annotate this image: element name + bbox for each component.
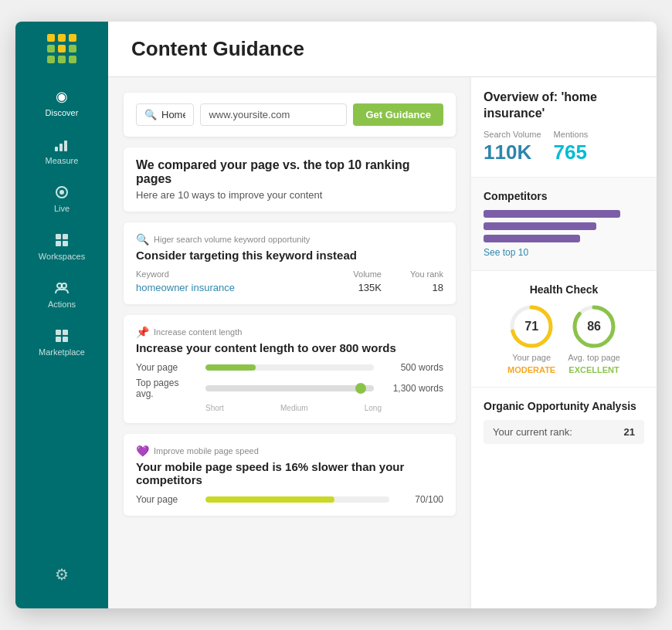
search-icon: 🔍 bbox=[144, 109, 157, 120]
content-tag-icon: 📌 bbox=[136, 326, 149, 338]
comparison-subheading: Here are 10 ways to improve your content bbox=[136, 189, 443, 201]
sidebar-label-workspaces: Workspaces bbox=[39, 252, 85, 261]
health-circles: 71 Your page MODERATE 86 bbox=[484, 303, 644, 374]
workspaces-icon bbox=[53, 232, 70, 249]
competitors-title: Competitors bbox=[484, 190, 644, 202]
url-input[interactable] bbox=[200, 103, 347, 126]
settings-button[interactable]: ⚙ bbox=[55, 553, 69, 596]
mobile-card-tag: 💜 Improve mobile page speed bbox=[136, 445, 443, 457]
mentions-metric: Mentions 765 bbox=[554, 130, 589, 164]
svg-point-10 bbox=[62, 283, 66, 288]
svg-rect-0 bbox=[55, 147, 58, 151]
main-content: Content Guidance 🔍 Get Guidance We compa… bbox=[108, 22, 657, 608]
page-title: Content Guidance bbox=[131, 37, 633, 61]
keyword-card: 🔍 Higer search volume keyword opportunit… bbox=[124, 222, 456, 304]
comp-bar-1 bbox=[484, 210, 644, 218]
svg-rect-8 bbox=[63, 241, 68, 246]
mobile-speed-card: 💜 Improve mobile page speed Your mobile … bbox=[124, 434, 456, 516]
sidebar-item-actions[interactable]: Actions bbox=[15, 270, 108, 318]
slider-dot bbox=[355, 383, 366, 394]
see-top-link[interactable]: See top 10 bbox=[484, 247, 644, 258]
avg-top-circle: 86 bbox=[571, 303, 617, 350]
comparison-heading: We compared your page vs. the top 10 ran… bbox=[136, 158, 443, 186]
health-check-section: Health Check 71 Your page MODE bbox=[471, 271, 657, 388]
avg-top-health: 86 Avg. top page EXCELLENT bbox=[568, 303, 620, 374]
svg-rect-6 bbox=[63, 234, 68, 239]
sidebar-item-marketplace[interactable]: Marketplace bbox=[15, 318, 108, 366]
keyword-input-wrap: 🔍 bbox=[136, 103, 194, 126]
sidebar-label-marketplace: Marketplace bbox=[39, 347, 85, 357]
mobile-bar-fill bbox=[205, 496, 334, 503]
sidebar-item-live[interactable]: Live bbox=[15, 174, 108, 222]
sidebar-label-actions: Actions bbox=[48, 300, 76, 309]
overview-section: Overview of: 'home insurance' Search Vol… bbox=[471, 77, 657, 178]
svg-rect-1 bbox=[59, 144, 63, 151]
comparison-section: We compared your page vs. the top 10 ran… bbox=[124, 147, 456, 212]
discover-icon: ◉ bbox=[53, 88, 70, 105]
mobile-card-title: Your mobile page speed is 16% slower tha… bbox=[136, 460, 443, 486]
sidebar-item-discover[interactable]: ◉ Discover bbox=[15, 79, 108, 127]
svg-rect-2 bbox=[64, 141, 67, 151]
main-header: Content Guidance bbox=[108, 22, 657, 77]
svg-rect-13 bbox=[56, 337, 61, 342]
svg-rect-14 bbox=[63, 337, 68, 342]
keyword-card-title: Consider targeting this keyword instead bbox=[136, 249, 443, 262]
top-pages-bar-row: Top pages avg. 1,300 words bbox=[136, 378, 443, 399]
health-check-title: Health Check bbox=[484, 283, 644, 296]
sidebar-nav: ◉ Discover Measure bbox=[15, 79, 108, 553]
marketplace-icon bbox=[53, 327, 70, 344]
avg-top-score: 86 bbox=[587, 320, 601, 334]
your-page-health: 71 Your page MODERATE bbox=[507, 303, 555, 374]
your-page-circle: 71 bbox=[508, 303, 555, 350]
sidebar-label-discover: Discover bbox=[46, 108, 79, 117]
your-page-score: 71 bbox=[524, 320, 538, 334]
comp-bar-3 bbox=[484, 235, 644, 242]
your-page-bar-fill bbox=[205, 364, 256, 371]
search-volume-metric: Search Volume 110K bbox=[484, 130, 541, 164]
your-page-bar-track bbox=[205, 364, 374, 371]
left-panel: 🔍 Get Guidance We compared your page vs.… bbox=[108, 77, 471, 608]
svg-rect-11 bbox=[56, 330, 61, 335]
mobile-bar-row: Your page 70/100 bbox=[136, 494, 443, 505]
get-guidance-button[interactable]: Get Guidance bbox=[353, 103, 443, 126]
svg-rect-7 bbox=[56, 241, 61, 246]
svg-point-4 bbox=[59, 190, 64, 195]
slider-labels: Short Medium Long bbox=[136, 404, 443, 412]
right-panel: Overview of: 'home insurance' Search Vol… bbox=[471, 77, 657, 608]
comp-bar-2 bbox=[484, 222, 644, 230]
your-page-bar-row: Your page 500 words bbox=[136, 362, 443, 373]
mobile-bar-track bbox=[205, 496, 389, 503]
keyword-row: homeowner insurance 135K 18 bbox=[136, 282, 443, 293]
svg-rect-5 bbox=[56, 234, 61, 239]
keyword-card-tag: 🔍 Higer search volume keyword opportunit… bbox=[136, 233, 443, 246]
content-length-title: Increase your content length to over 800… bbox=[136, 341, 443, 354]
measure-icon bbox=[53, 136, 70, 153]
main-body: 🔍 Get Guidance We compared your page vs.… bbox=[108, 77, 657, 608]
overview-title: Overview of: 'home insurance' bbox=[484, 90, 644, 122]
top-pages-slider bbox=[205, 385, 374, 391]
search-tag-icon: 🔍 bbox=[136, 233, 149, 246]
content-length-card: 📌 Increase content length Increase your … bbox=[124, 315, 456, 423]
overview-metrics: Search Volume 110K Mentions 765 bbox=[484, 130, 644, 164]
search-bar: 🔍 Get Guidance bbox=[124, 93, 456, 137]
live-icon bbox=[53, 184, 70, 201]
app-logo bbox=[47, 34, 76, 63]
content-length-tag: 📌 Increase content length bbox=[136, 326, 443, 338]
competitors-section: Competitors See top 10 bbox=[471, 178, 657, 271]
organic-title: Organic Opportunity Analysis bbox=[484, 400, 644, 412]
sidebar-item-measure[interactable]: Measure bbox=[15, 127, 108, 174]
current-rank-row: Your current rank: 21 bbox=[484, 420, 644, 444]
app-wrapper: ◉ Discover Measure bbox=[15, 22, 657, 608]
sidebar-item-workspaces[interactable]: Workspaces bbox=[15, 222, 108, 270]
mobile-tag-icon: 💜 bbox=[136, 445, 149, 457]
actions-icon bbox=[53, 279, 70, 296]
svg-rect-12 bbox=[63, 330, 68, 335]
sidebar-label-measure: Measure bbox=[46, 156, 79, 165]
keyword-input[interactable] bbox=[161, 109, 185, 120]
organic-section: Organic Opportunity Analysis Your curren… bbox=[471, 388, 657, 456]
keyword-table: Keyword Volume You rank homeowner insura… bbox=[136, 269, 443, 293]
sidebar: ◉ Discover Measure bbox=[15, 22, 108, 608]
sidebar-label-live: Live bbox=[54, 204, 70, 213]
